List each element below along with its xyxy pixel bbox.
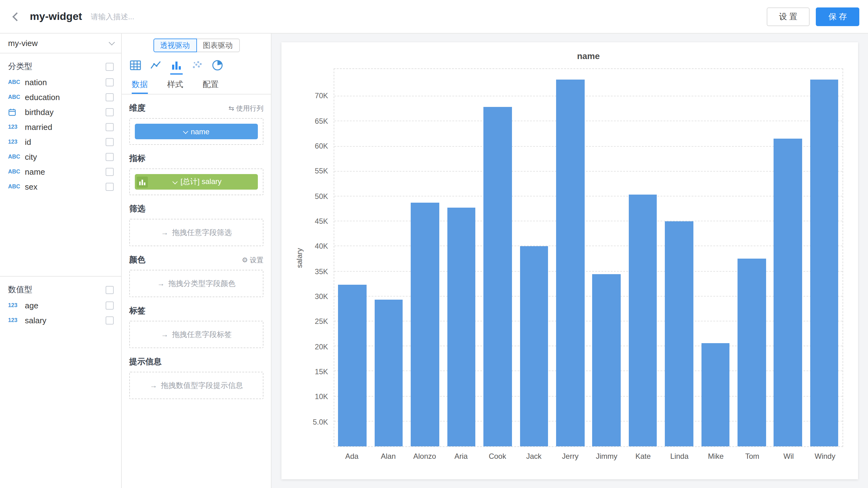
settings-button[interactable]: 设 置: [767, 7, 810, 26]
bar-Linda[interactable]: [665, 221, 693, 446]
bar-Kate[interactable]: [629, 194, 657, 446]
label-dropzone[interactable]: → 拖拽任意字段标签: [129, 321, 264, 348]
metric-pill-label: [总计] salary: [181, 177, 221, 187]
x-tick-label: Tom: [734, 450, 770, 461]
bar-slot: [371, 69, 407, 446]
back-button[interactable]: [9, 8, 25, 25]
field-checkbox[interactable]: [105, 182, 114, 190]
y-tick-label: 40K: [315, 242, 328, 251]
field-name[interactable]: ABCname: [0, 164, 121, 179]
field-checkbox[interactable]: [105, 153, 114, 161]
x-tick-label: Ada: [334, 450, 370, 461]
text-type-icon: ABC: [8, 79, 25, 85]
bar-Cook[interactable]: [484, 107, 512, 446]
bar-Aria[interactable]: [447, 207, 475, 446]
bar-slot: [697, 69, 734, 446]
number-type-icon: 123: [8, 302, 25, 308]
text-type-icon: ABC: [8, 154, 25, 160]
data-tabs: 数据样式配置: [122, 76, 271, 94]
tooltip-title: 提示信息: [129, 356, 161, 367]
save-button[interactable]: 保 存: [816, 7, 859, 26]
description-input[interactable]: [91, 12, 227, 21]
field-checkbox[interactable]: [105, 108, 114, 116]
table-icon[interactable]: [129, 59, 142, 74]
bar-slot: [552, 69, 588, 446]
metric-dropzone[interactable]: [总计] salary: [129, 169, 264, 195]
bar-slot: [625, 69, 661, 446]
field-sex[interactable]: ABCsex: [0, 179, 121, 194]
text-type-icon: ABC: [8, 183, 25, 190]
x-tick-label: Jimmy: [588, 450, 625, 461]
bar-Tom[interactable]: [738, 258, 766, 446]
fields-sidebar: my-view 分类型ABCnationABCeducationbirthday…: [0, 34, 122, 488]
bar-chart: name salary 5.0K10K15K20K25K30K35K40K45K…: [294, 51, 843, 463]
chevron-down-icon: [183, 128, 188, 134]
dimension-pill[interactable]: name: [135, 124, 258, 139]
y-tick-label: 55K: [315, 167, 328, 176]
y-tick-label: 60K: [315, 142, 328, 150]
field-checkbox[interactable]: [105, 316, 114, 324]
bar-chart-icon[interactable]: [170, 59, 183, 74]
driver-tab[interactable]: 图表驱动: [196, 38, 240, 52]
y-tick-label: 25K: [315, 317, 328, 326]
field-name: birthday: [25, 107, 105, 117]
field-married[interactable]: 123married: [0, 119, 121, 134]
filter-dropzone[interactable]: → 拖拽任意字段筛选: [129, 219, 264, 246]
panel-tab[interactable]: 数据: [132, 76, 148, 94]
field-birthday[interactable]: birthday: [0, 104, 121, 119]
field-section-header: 数值型: [0, 277, 121, 298]
field-salary[interactable]: 123salary: [0, 313, 121, 328]
text-type-icon: ABC: [8, 169, 25, 175]
field-name: age: [25, 301, 105, 310]
bar-Alan[interactable]: [375, 300, 403, 446]
field-section: 分类型ABCnationABCeducationbirthday123marri…: [0, 54, 121, 194]
bar-Wil[interactable]: [774, 139, 802, 446]
chart-type-row: [122, 52, 271, 74]
section-checkbox[interactable]: [105, 286, 114, 294]
bar-Jerry[interactable]: [556, 80, 584, 446]
dimension-pill-label: name: [191, 127, 209, 136]
y-tick-label: 65K: [315, 117, 328, 125]
driver-tab[interactable]: 透视驱动: [153, 38, 197, 52]
field-checkbox[interactable]: [105, 138, 114, 146]
dimension-dropzone[interactable]: name: [129, 118, 264, 145]
bar-Mike[interactable]: [701, 343, 730, 446]
scatter-chart-icon[interactable]: [191, 59, 203, 74]
field-checkbox[interactable]: [105, 167, 114, 176]
filter-title: 筛选: [129, 203, 145, 214]
field-checkbox[interactable]: [105, 78, 114, 86]
field-education[interactable]: ABCeducation: [0, 90, 121, 104]
bar-Windy[interactable]: [810, 80, 838, 446]
field-id[interactable]: 123id: [0, 134, 121, 149]
text-type-icon: ABC: [8, 94, 25, 100]
field-checkbox[interactable]: [105, 93, 114, 101]
pie-chart-icon[interactable]: [211, 59, 224, 74]
bar-Ada[interactable]: [338, 285, 367, 446]
field-checkbox[interactable]: [105, 301, 114, 309]
y-tick-label: 45K: [315, 217, 328, 226]
arrow-right-icon: →: [150, 381, 157, 390]
view-selector[interactable]: my-view: [0, 34, 121, 54]
bar-Alonzo[interactable]: [411, 202, 439, 446]
panel-tab[interactable]: 样式: [167, 76, 183, 94]
field-city[interactable]: ABCcity: [0, 149, 121, 164]
field-sections: 分类型ABCnationABCeducationbirthday123marri…: [0, 54, 121, 328]
field-section-header: 分类型: [0, 54, 121, 74]
use-rows-columns-action[interactable]: ⇆使用行列: [229, 103, 264, 113]
metric-pill[interactable]: [总计] salary: [135, 174, 258, 190]
section-checkbox[interactable]: [105, 62, 114, 70]
chevron-down-icon: [173, 179, 178, 184]
line-chart-icon[interactable]: [150, 59, 162, 74]
color-dropzone[interactable]: → 拖拽分类型字段颜色: [129, 270, 264, 297]
driver-tabs: 透视驱动图表驱动: [122, 38, 271, 52]
color-settings-action[interactable]: ⚙设置: [242, 255, 264, 265]
bar-Jack[interactable]: [520, 246, 548, 446]
calendar-icon: [8, 108, 25, 116]
field-age[interactable]: 123age: [0, 298, 121, 313]
field-checkbox[interactable]: [105, 123, 114, 131]
field-nation[interactable]: ABCnation: [0, 74, 121, 90]
bar-Jimmy[interactable]: [592, 274, 621, 446]
tooltip-dropzone[interactable]: → 拖拽数值型字段提示信息: [129, 372, 264, 399]
panel-tab[interactable]: 配置: [203, 76, 219, 94]
chevron-left-icon: [12, 12, 21, 21]
